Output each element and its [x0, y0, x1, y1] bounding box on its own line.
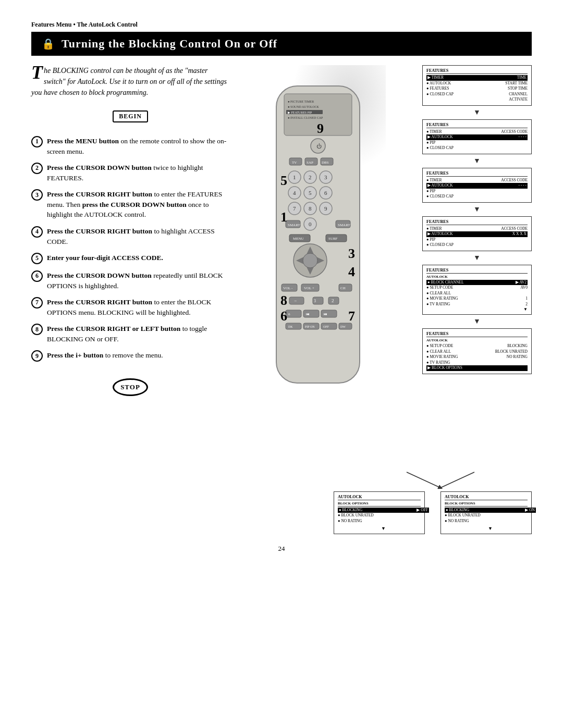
svg-text:SURF: SURF [328, 237, 338, 241]
svg-text:0: 0 [309, 221, 312, 227]
panel-2-title: FEATURES [426, 122, 528, 128]
screen-panel-1: FEATURES ▶ TIMERTIME ● AUTOLOCKSTART TIM… [422, 65, 532, 106]
svg-text:VOL -: VOL - [283, 286, 293, 290]
begin-badge: BEGIN [113, 110, 148, 122]
svg-text:TV: TV [292, 161, 297, 165]
intro-text: T he BLOCKING control can be thought of … [31, 65, 229, 98]
panel-5-row-1: ● BLOCK CHANNEL▶ AV2 [426, 280, 528, 286]
panel-3-row-2: ▶ AUTOLOCK- - - - [426, 183, 528, 189]
arrow-5: ▼ [422, 318, 532, 325]
page: Features Menu • The AutoLock Control 🔒 T… [0, 0, 563, 728]
step-num-3: 3 [31, 189, 43, 201]
svg-text:2: 2 [332, 298, 334, 303]
stop-badge: STOP [113, 378, 148, 396]
step-text-8: Press the CURSOR RIGHT or LEFT button to… [47, 324, 229, 344]
svg-text:⏻: ⏻ [316, 143, 322, 149]
svg-text:3: 3 [314, 299, 316, 303]
step-num-7: 7 [31, 297, 43, 309]
svg-text:9: 9 [324, 205, 327, 212]
svg-text:4: 4 [293, 190, 296, 196]
bottom-panel-off-sub: BLOCK OPTIONS [338, 501, 421, 507]
panel-6-title: FEATURES [426, 331, 528, 337]
panel-5-row-5: ● TV RATING2 [426, 302, 528, 307]
svg-text:SMART: SMART [338, 223, 350, 227]
panel-3-row-3: ● PIP [426, 189, 528, 194]
panel-5-row-2: ● SETUP CODEAV0 [426, 285, 528, 291]
svg-text:6: 6 [288, 312, 290, 316]
step-7: 7 Press the CURSOR RIGHT button to enter… [31, 297, 229, 317]
top-label: Features Menu • The AutoLock Control [31, 21, 532, 29]
step-2: 2 Press the CURSOR DOWN button twice to … [31, 163, 229, 183]
panel-1-row-1: ▶ TIMERTIME [426, 75, 528, 81]
step-num-4: 4 [31, 226, 43, 238]
step-text-6: Press the CURSOR DOWN button repeatedly … [47, 270, 229, 291]
left-column: T he BLOCKING control can be thought of … [31, 65, 229, 534]
panel-4-row-2: ▶ AUTOLOCKX X X X [426, 231, 528, 237]
step-text-1: Press the MENU button on the remote cont… [47, 136, 229, 156]
panel-2-row-4: ● CLOSED CAP [426, 145, 528, 151]
intro-body: he BLOCKING control can be thought of as… [31, 67, 227, 96]
bottom-panel-on-sub: BLOCK OPTIONS [445, 501, 528, 507]
bottom-panel-on-title: AUTOLOCK [445, 495, 528, 500]
panel-1-row-4: ● CLOSED CAPCHANNEL [426, 92, 528, 97]
svg-text:SAP: SAP [307, 161, 313, 165]
step-text-3: Press the CURSOR RIGHT button to enter t… [47, 189, 229, 220]
step-text-2: Press the CURSOR DOWN button twice to hi… [47, 163, 229, 183]
panels-column: FEATURES ▶ TIMERTIME ● AUTOLOCKSTART TIM… [422, 65, 532, 374]
panel-6-row-4: ● TV RATING [426, 360, 528, 366]
title-bar: 🔒 Turning the Blocking Control On or Off [31, 32, 532, 56]
panel-4-row-3: ● PIP [426, 237, 528, 243]
svg-text:8: 8 [280, 293, 287, 308]
svg-text:5: 5 [280, 173, 287, 188]
svg-text:VOL +: VOL + [304, 286, 314, 290]
svg-text:● SOUND     AUTOLOCK: ● SOUND AUTOLOCK [288, 105, 320, 108]
panel-6-row-1: ● SETUP CODEBLOCKING [426, 343, 528, 349]
panel-1-row-3: ● FEATURESSTOP TIME [426, 86, 528, 92]
panel-5-sub: AUTOLOCK [426, 275, 528, 279]
step-num-2: 2 [31, 163, 43, 174]
svg-text:1: 1 [280, 209, 287, 225]
panel-4-row-4: ● CLOSED CAP [426, 242, 528, 248]
panel-6-row-5: ▶ BLOCK OPTIONS [426, 365, 528, 371]
svg-text:OFF: OFF [323, 325, 329, 328]
svg-text:MENU: MENU [293, 237, 304, 241]
svg-text:3: 3 [324, 174, 327, 180]
arrow-2: ▼ [422, 157, 532, 165]
svg-text:● PICTURE   TIMER: ● PICTURE TIMER [288, 100, 314, 103]
svg-line-84 [440, 472, 474, 488]
remote-control: ● PICTURE TIMER ● SOUND AUTOLOCK ▶ FEATU… [261, 81, 375, 406]
svg-text:−: − [294, 298, 297, 303]
block-unrated-row-on: ● BLOCK UNRATED [445, 513, 536, 519]
panel-4-title: FEATURES [426, 219, 528, 225]
panel-6-sub: AUTOLOCK [426, 338, 528, 342]
panel-3-row-4: ● CLOSED CAP [426, 194, 528, 200]
blocking-off-row: ● BLOCKING▶ OFF [338, 508, 429, 513]
step-1: 1 Press the MENU button on the remote co… [31, 136, 229, 156]
svg-text:6: 6 [280, 309, 287, 324]
step-6: 6 Press the CURSOR DOWN button repeatedl… [31, 270, 229, 291]
panel-5-title: FEATURES [426, 268, 528, 274]
svg-text:PIP ON: PIP ON [305, 325, 315, 328]
steps-list: 1 Press the MENU button on the remote co… [31, 136, 229, 362]
bottom-panel-on: AUTOLOCK BLOCK OPTIONS ● BLOCKING▶ ON ● … [440, 491, 532, 535]
step-5: 5 Enter your four-digit ACCESS CODE. [31, 253, 229, 264]
svg-text:⏮: ⏮ [306, 312, 310, 316]
svg-text:4: 4 [348, 264, 355, 279]
panel-2-row-2: ▶ AUTOLOCK- - - - [426, 134, 528, 140]
screen-panel-3: FEATURES ● TIMERACCESS CODE ▶ AUTOLOCK- … [422, 168, 532, 203]
step-num-6: 6 [31, 270, 43, 282]
step-text-5: Enter your four-digit ACCESS CODE. [47, 253, 229, 263]
svg-text:DBS: DBS [322, 161, 329, 165]
svg-point-48 [303, 253, 317, 268]
panel-3-row-1: ● TIMERACCESS CODE [426, 178, 528, 183]
panel-2-row-1: ● TIMERACCESS CODE [426, 129, 528, 135]
bottom-panels-row: AUTOLOCK BLOCK OPTIONS ● BLOCKING▶ OFF ●… [334, 491, 532, 535]
panel-6-row-2: ● CLEAR ALLBLOCK UNRATED [426, 349, 528, 355]
panel-5-row-4: ● MOVIE RATING1 [426, 296, 528, 302]
svg-text:CH: CH [340, 286, 346, 290]
page-number: 24 [31, 545, 532, 553]
svg-text:⏭: ⏭ [324, 312, 327, 316]
panel-1-row-5: ACTIVATE [426, 97, 528, 103]
screen-panel-2: FEATURES ● TIMERACCESS CODE ▶ AUTOLOCK- … [422, 119, 532, 154]
screen-panel-4: FEATURES ● TIMERACCESS CODE ▶ AUTOLOCKX … [422, 216, 532, 251]
